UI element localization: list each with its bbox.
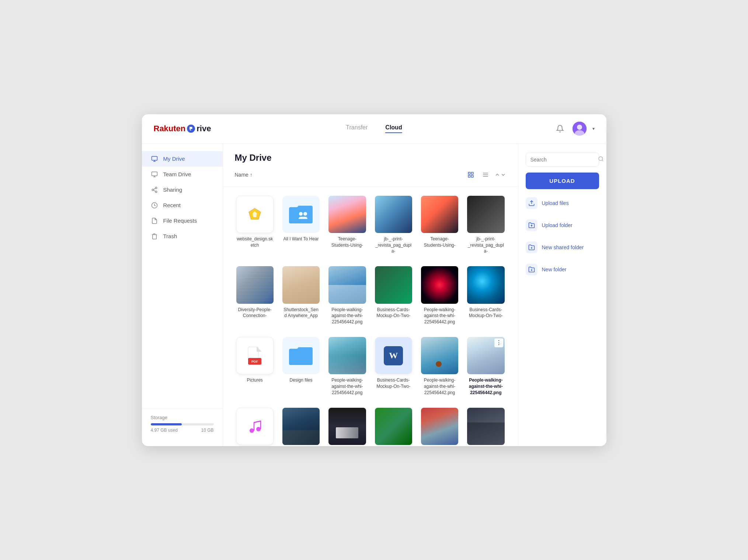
file-item[interactable]: People-walking-against-the-whi-225456442… [420,334,460,399]
file-item[interactable]: Design files [281,334,321,399]
file-item[interactable]: Diversity-People-Connection- [235,263,275,328]
file-thumb [375,196,412,233]
file-grid: website_design.sketch [235,193,506,446]
file-request-icon [151,217,158,225]
sort-label-text: Name [235,172,248,178]
grid-view-btn[interactable] [465,169,477,181]
file-name: Shutterstock_Send Anywhere_App [282,307,320,319]
upload-button[interactable]: UPLOAD [526,173,599,189]
upload-files-action[interactable]: Upload files [526,195,599,211]
svg-point-8 [155,191,157,193]
avatar-chevron[interactable]: ▾ [592,126,595,131]
file-name: Diversity-People-Connection- [236,307,274,319]
sort-control[interactable]: Name ↑ [235,172,253,178]
file-item[interactable]: ⋮ People-walking-against-the-whi-2254564… [466,334,506,399]
sidebar-item-label: Trash [163,233,177,239]
music-icon [236,408,274,445]
sidebar: My Drive Team Drive [142,144,223,446]
upload-folder-label: Upload folder [542,222,573,228]
new-shared-folder-icon [526,241,537,253]
file-item[interactable]: People-walking-against-the-whi-225456442… [327,334,367,399]
file-item[interactable]: Business-Cards-Mockup-On-Two- [466,263,506,328]
logo-rakuten: Rakuten [154,124,186,133]
file-thumb [467,266,504,303]
svg-point-7 [152,189,154,191]
file-item[interactable]: jb-_-print- [373,405,414,446]
file-item[interactable]: Teenage-Students-Using- [420,193,460,258]
sort-direction: ↑ [250,172,253,178]
file-item[interactable]: Shutterstock_Send Anywhere_App [281,263,321,328]
file-item[interactable]: All I Want To Hear [281,193,321,258]
file-item[interactable]: jb-_-print-_revista_pag_dupla- [373,193,414,258]
file-item[interactable]: W Business-Cards-Mockup-On-Two- [373,334,414,399]
file-thumb [236,266,274,303]
sidebar-item-trash[interactable]: Trash [142,229,223,244]
file-thumb [421,408,458,445]
storage-used: 4.97 GB used [151,428,178,433]
file-thumb [421,266,458,303]
sidebar-item-label: Team Drive [163,171,191,177]
sidebar-item-team-drive[interactable]: Team Drive [142,167,223,182]
svg-rect-13 [471,172,473,174]
avatar[interactable] [573,122,587,136]
file-thumb [328,408,366,445]
main-content: My Drive Name ↑ [223,144,518,446]
bell-icon[interactable] [553,122,567,135]
sidebar-item-label: Sharing [163,187,182,193]
upload-file-icon [526,197,537,209]
file-item[interactable]: People-walking-against-the-whi-225456442… [420,263,460,328]
sidebar-nav: My Drive Team Drive [142,151,223,408]
sort-toggle-btn[interactable] [494,169,506,181]
file-name: All I Want To Hear [283,236,319,242]
file-item[interactable]: jb-_-print- [466,405,506,446]
nav-cloud[interactable]: Cloud [385,124,402,133]
file-thumb [328,196,366,233]
file-item[interactable]: Business-Cards-Mockup-On-Two- [373,263,414,328]
file-item[interactable]: PDF Pictures [235,334,275,399]
file-thumb [375,408,412,445]
sidebar-item-my-drive[interactable]: My Drive [142,151,223,167]
file-name: jb-_-print-_revista_pag_dupla- [375,236,412,254]
more-options-btn[interactable]: ⋮ [494,338,503,347]
file-item[interactable]: Teenage-Students- [420,405,460,446]
sidebar-item-sharing[interactable]: Sharing [142,182,223,198]
new-shared-folder-action[interactable]: New shared folder [526,239,599,255]
file-item[interactable]: Teenage-Students- [327,405,367,446]
right-panel: UPLOAD Upload files [518,144,606,446]
view-controls [465,169,506,181]
new-folder-action[interactable]: New folder [526,261,599,278]
header-nav: Transfer Cloud [346,124,402,133]
file-name: People-walking-against-the-whi-225456442… [421,377,458,396]
file-thumb [421,337,458,374]
sidebar-item-label: My Drive [163,156,185,162]
file-name: People-walking-against-the-whi-225456442… [421,307,458,325]
sidebar-item-file-requests[interactable]: File Requests [142,213,223,229]
file-item[interactable]: People-walking-against-the-whi-225456442… [327,263,367,328]
svg-point-28 [256,427,261,431]
storage-bar-bg [151,423,214,425]
upload-files-label: Upload files [542,200,569,206]
file-item[interactable]: Teenage-Students-Using- [327,193,367,258]
file-thumb [282,266,320,303]
svg-point-6 [155,187,157,189]
file-item[interactable]: jb-_-print-_revista_pag_dupla- [466,193,506,258]
nav-transfer[interactable]: Transfer [346,124,368,133]
search-input[interactable] [530,157,595,163]
file-thumb [375,266,412,303]
svg-line-9 [153,190,155,191]
file-name: Design files [289,377,312,383]
drive-icon [151,155,158,163]
list-view-btn[interactable] [480,169,491,181]
search-icon [598,156,604,163]
svg-line-10 [153,188,155,189]
file-item[interactable]: website_design.sketch [235,193,275,258]
upload-folder-action[interactable]: Upload folder [526,217,599,233]
file-item[interactable]: All I Want To Hear [281,405,321,446]
file-item[interactable]: website_design.sketch [235,405,275,446]
svg-point-27 [250,428,254,433]
sidebar-item-recent[interactable]: Recent [142,198,223,213]
logo-drive-text: rive [196,124,211,133]
svg-text:PDF: PDF [251,360,258,364]
search-box[interactable] [526,153,599,167]
clock-icon [151,202,158,209]
